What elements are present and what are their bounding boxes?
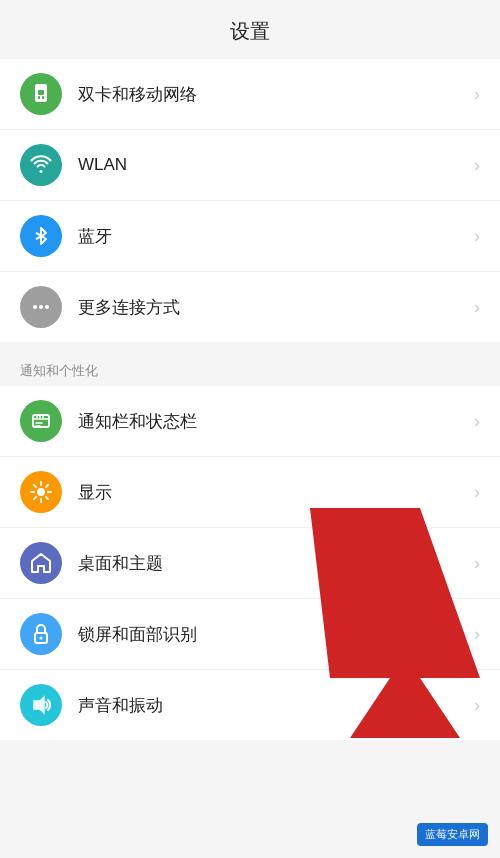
svg-line-17 [46, 497, 48, 499]
sim-network-chevron: › [474, 84, 480, 105]
lock-face-item[interactable]: 锁屏和面部识别 › [0, 599, 500, 670]
bluetooth-item[interactable]: 蓝牙 › [0, 201, 500, 272]
page-title: 设置 [0, 0, 500, 59]
desktop-theme-item[interactable]: 桌面和主题 › [0, 528, 500, 599]
bluetooth-icon [29, 224, 53, 248]
connectivity-group: 双卡和移动网络 › WLAN › 蓝牙 › [0, 59, 500, 342]
sound-icon [29, 693, 53, 717]
watermark: 蓝莓安卓网 [417, 823, 488, 846]
more-connection-chevron: › [474, 297, 480, 318]
bluetooth-icon-bg [20, 215, 62, 257]
lock-face-chevron: › [474, 624, 480, 645]
svg-line-16 [34, 485, 36, 487]
svg-rect-7 [33, 415, 49, 427]
more-connection-label: 更多连接方式 [78, 296, 466, 319]
notification-bar-label: 通知栏和状态栏 [78, 410, 466, 433]
svg-point-5 [39, 305, 43, 309]
display-chevron: › [474, 482, 480, 503]
svg-rect-2 [38, 96, 40, 99]
svg-point-21 [40, 637, 43, 640]
wlan-chevron: › [474, 155, 480, 176]
personalization-group: 通知栏和状态栏 › 显示 › 桌面和主题 › [0, 386, 500, 740]
watermark-text: 蓝莓安卓网 [425, 828, 480, 840]
sound-vibration-chevron: › [474, 695, 480, 716]
lock-face-icon-bg [20, 613, 62, 655]
svg-point-11 [37, 488, 45, 496]
svg-rect-3 [42, 96, 44, 99]
more-icon [29, 295, 53, 319]
svg-line-19 [34, 497, 36, 499]
sim-network-icon-bg [20, 73, 62, 115]
wlan-item[interactable]: WLAN › [0, 130, 500, 201]
sim-network-item[interactable]: 双卡和移动网络 › [0, 59, 500, 130]
lock-face-label: 锁屏和面部识别 [78, 623, 466, 646]
bluetooth-chevron: › [474, 226, 480, 247]
sound-vibration-label: 声音和振动 [78, 694, 466, 717]
notification-icon [29, 409, 53, 433]
notification-bar-item[interactable]: 通知栏和状态栏 › [0, 386, 500, 457]
display-icon-bg [20, 471, 62, 513]
bluetooth-label: 蓝牙 [78, 225, 466, 248]
lock-icon [29, 622, 53, 646]
display-item[interactable]: 显示 › [0, 457, 500, 528]
sound-vibration-icon-bg [20, 684, 62, 726]
svg-point-9 [39, 416, 41, 418]
sim-network-label: 双卡和移动网络 [78, 83, 466, 106]
desktop-theme-label: 桌面和主题 [78, 552, 466, 575]
wlan-icon-bg [20, 144, 62, 186]
notification-bar-chevron: › [474, 411, 480, 432]
wlan-label: WLAN [78, 155, 466, 175]
more-connection-item[interactable]: 更多连接方式 › [0, 272, 500, 342]
display-icon [28, 479, 54, 505]
sim-icon [29, 82, 53, 106]
sound-vibration-item[interactable]: 声音和振动 › [0, 670, 500, 740]
desktop-theme-chevron: › [474, 553, 480, 574]
display-label: 显示 [78, 481, 466, 504]
svg-marker-22 [34, 697, 44, 713]
svg-point-4 [33, 305, 37, 309]
svg-point-10 [42, 416, 44, 418]
personalization-section-label: 通知和个性化 [0, 352, 500, 386]
svg-line-18 [46, 485, 48, 487]
wifi-icon [29, 153, 53, 177]
desktop-theme-icon-bg [20, 542, 62, 584]
svg-point-8 [36, 416, 38, 418]
notification-icon-bg [20, 400, 62, 442]
svg-point-6 [45, 305, 49, 309]
more-connection-icon-bg [20, 286, 62, 328]
svg-rect-1 [38, 90, 44, 95]
home-icon [29, 551, 53, 575]
